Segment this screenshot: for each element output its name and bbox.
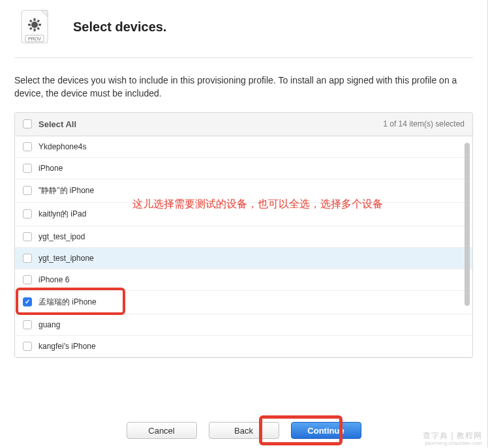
svg-line-7 — [30, 20, 32, 22]
device-row[interactable]: ygt_test_ipod — [15, 226, 472, 248]
svg-line-9 — [30, 28, 32, 30]
device-checkbox[interactable] — [23, 320, 32, 329]
continue-button[interactable]: Continue — [291, 422, 361, 439]
device-panel: Select All 1 of 14 item(s) selected Ykde… — [14, 112, 473, 358]
device-checkbox[interactable] — [23, 254, 32, 263]
prov-icon: PROV — [17, 9, 52, 44]
device-row[interactable]: Ykdephone4s — [15, 136, 472, 158]
scrollbar[interactable] — [465, 143, 470, 365]
device-checkbox[interactable] — [23, 275, 32, 284]
button-bar: Cancel Back Continue — [0, 422, 487, 439]
select-all-row[interactable]: Select All 1 of 14 item(s) selected — [15, 113, 472, 136]
page-title: Select devices. — [73, 20, 166, 35]
watermark-line1: 查字典 | 教程网 — [423, 431, 482, 440]
device-row[interactable]: iPhone 6 — [15, 269, 472, 291]
device-label: guang — [38, 320, 60, 329]
scrollbar-thumb[interactable] — [465, 143, 470, 306]
device-checkbox[interactable] — [23, 142, 32, 151]
device-label: ygt_test_iphone — [38, 254, 94, 263]
back-button[interactable]: Back — [209, 422, 279, 439]
select-all-checkbox[interactable] — [23, 119, 32, 128]
device-checkbox[interactable] — [23, 297, 32, 306]
device-label: "静静"的 iPhone — [38, 185, 94, 196]
device-checkbox[interactable] — [23, 342, 32, 351]
device-label: iPhone 6 — [38, 275, 69, 284]
instructions-text: Select the devices you wish to include i… — [0, 58, 487, 112]
select-all-label: Select All — [38, 119, 383, 129]
device-checkbox[interactable] — [23, 232, 32, 241]
watermark-line2: jiaocheng.chazidian.com — [423, 440, 482, 447]
device-checkbox[interactable] — [23, 186, 32, 195]
device-label: ygt_test_ipod — [38, 232, 85, 241]
cancel-button[interactable]: Cancel — [127, 422, 197, 439]
device-row[interactable]: kangfei's iPhone — [15, 336, 472, 357]
device-row[interactable]: iPhone — [15, 158, 472, 179]
svg-text:PROV: PROV — [28, 37, 41, 41]
device-row[interactable]: guang — [15, 314, 472, 336]
header: PROV Select devices. — [0, 0, 487, 57]
device-checkbox[interactable] — [23, 164, 32, 173]
svg-point-2 — [31, 22, 38, 28]
svg-line-8 — [38, 28, 40, 30]
svg-line-10 — [38, 20, 40, 22]
selected-count: 1 of 14 item(s) selected — [383, 119, 465, 128]
device-label: Ykdephone4s — [38, 142, 86, 151]
device-row[interactable]: ygt_test_iphone — [15, 248, 472, 269]
device-row[interactable]: 孟瑞瑞的 iPhone — [15, 291, 472, 314]
device-label: kaitlyn的 iPad — [38, 209, 86, 220]
device-label: iPhone — [38, 164, 63, 173]
device-checkbox[interactable] — [23, 209, 32, 218]
watermark: 查字典 | 教程网 jiaocheng.chazidian.com — [423, 431, 482, 447]
device-label: kangfei's iPhone — [38, 342, 96, 351]
annotation-text: 这儿选择需要测试的设备，也可以全选，选择多个设备 — [132, 198, 383, 211]
device-list[interactable]: Ykdephone4siPhone"静静"的 iPhonekaitlyn的 iP… — [15, 136, 472, 357]
device-label: 孟瑞瑞的 iPhone — [38, 297, 97, 308]
